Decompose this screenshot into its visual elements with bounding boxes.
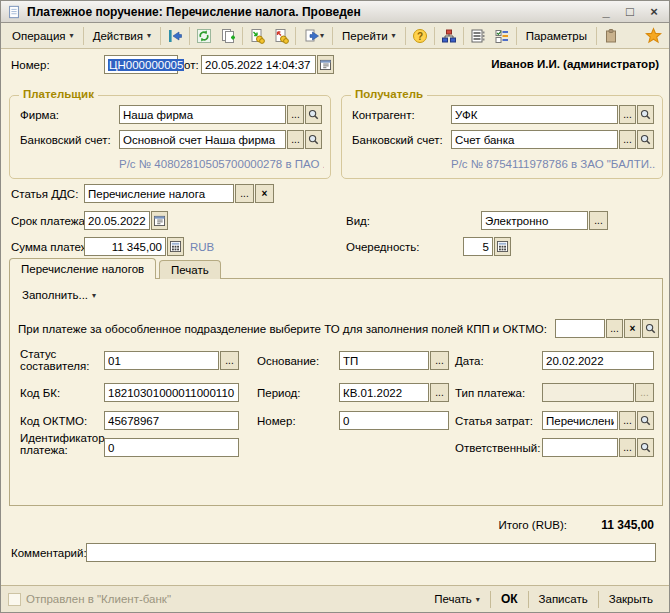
choose-button[interactable]: ... — [589, 211, 608, 230]
payer-bank-account-field: ... — [119, 130, 322, 149]
choose-button[interactable]: ... — [220, 351, 239, 370]
help-icon: ? — [412, 28, 428, 44]
kbk-input[interactable] — [104, 383, 239, 402]
tab-print[interactable]: Печать — [159, 260, 221, 279]
clear-button[interactable]: × — [624, 319, 641, 338]
open-button[interactable] — [637, 438, 654, 457]
comment-input[interactable] — [86, 543, 656, 562]
priority-input[interactable] — [463, 237, 493, 256]
magnifier-icon — [308, 134, 319, 145]
oktmo-input[interactable] — [104, 411, 239, 430]
payment-id-input[interactable] — [104, 438, 239, 457]
period-input[interactable] — [339, 383, 429, 402]
responsible-label: Ответственный: — [455, 442, 540, 454]
close-form-button[interactable]: Закрыть — [600, 590, 662, 608]
contractor-input[interactable] — [451, 105, 618, 124]
due-date-field — [84, 211, 168, 230]
fill-menu-button[interactable]: Заполнить... ▾ — [16, 287, 102, 303]
doc-number-input[interactable] — [339, 411, 449, 430]
oktmo-label: Код ОКТМО: — [20, 415, 87, 427]
territorial-office-input[interactable] — [555, 319, 605, 338]
clipboard-button[interactable] — [599, 25, 623, 47]
choose-button[interactable]: ... — [430, 351, 449, 370]
compiler-status-input[interactable] — [104, 351, 219, 370]
list-settings-button[interactable] — [466, 25, 490, 47]
choose-button[interactable]: ... — [619, 411, 636, 430]
choose-button[interactable]: ... — [287, 105, 304, 124]
actions-menu-button[interactable]: Действия ▾ — [86, 26, 158, 46]
clipboard-icon — [603, 28, 619, 44]
open-button[interactable] — [637, 411, 654, 430]
structure-button[interactable] — [437, 25, 461, 47]
close-button[interactable]: × — [645, 4, 663, 19]
firm-input[interactable] — [119, 105, 286, 124]
basis-input[interactable] — [339, 351, 429, 370]
kind-input[interactable] — [481, 211, 588, 230]
calculator-button[interactable] — [167, 237, 184, 256]
toolbar-separator — [295, 27, 296, 45]
choose-button[interactable]: ... — [619, 105, 636, 124]
save-and-close-button[interactable] — [163, 25, 187, 47]
cost-item-input[interactable] — [542, 411, 618, 430]
payment-type-input[interactable] — [542, 383, 634, 402]
responsible-field: ... — [542, 438, 654, 457]
amount-input[interactable] — [84, 237, 166, 256]
help-button[interactable]: ? — [408, 25, 432, 47]
favorites-button[interactable] — [641, 25, 665, 47]
due-date-input[interactable] — [84, 211, 150, 230]
magnifier-icon — [640, 134, 651, 145]
choose-button[interactable]: ... — [635, 383, 654, 402]
payment-id-field — [104, 438, 239, 457]
toolbar: Операция ▾ Действия ▾ ▾ — [1, 23, 669, 49]
open-button[interactable] — [305, 130, 322, 149]
doc-number-label: Номер: — [257, 415, 296, 427]
minimize-button[interactable]: _ — [597, 4, 615, 19]
operation-menu-button[interactable]: Операция ▾ — [5, 26, 81, 46]
number-input[interactable]: ЦН000000005 — [104, 55, 178, 74]
doc-date-input[interactable] — [542, 351, 654, 370]
payer-bank-account-input[interactable] — [119, 130, 286, 149]
post-document-button[interactable] — [245, 25, 269, 47]
clear-button[interactable]: × — [255, 184, 274, 203]
calendar-button[interactable] — [151, 211, 168, 230]
chevron-down-icon: ▾ — [92, 291, 96, 300]
responsible-input[interactable] — [542, 438, 618, 457]
choose-button[interactable]: ... — [619, 130, 636, 149]
enter-on-basis-button[interactable]: ▾ — [298, 25, 330, 47]
open-button[interactable] — [637, 105, 654, 124]
open-button[interactable] — [637, 130, 654, 149]
calendar-button[interactable] — [317, 55, 334, 74]
cost-item-field: ... — [542, 411, 654, 430]
calculator-button[interactable] — [494, 237, 511, 256]
priority-label: Очередность: — [346, 241, 420, 253]
print-menu-button[interactable]: Печать ▾ — [425, 590, 489, 608]
sent-to-client-bank-checkbox[interactable] — [8, 593, 21, 606]
payee-bank-account-input[interactable] — [451, 130, 618, 149]
payment-type-label: Тип платежа: — [455, 387, 525, 399]
choose-button[interactable]: ... — [430, 383, 449, 402]
magnifier-icon — [308, 109, 319, 120]
ok-button[interactable]: ОК — [492, 589, 527, 609]
doc-date-label: Дата: — [455, 355, 484, 367]
refresh-button[interactable] — [192, 25, 216, 47]
tab-tax-transfer[interactable]: Перечисление налогов — [9, 258, 156, 279]
choose-button[interactable]: ... — [606, 319, 623, 338]
copy-document-button[interactable] — [216, 25, 240, 47]
calendar-icon — [154, 215, 165, 226]
parameters-button[interactable]: Параметры — [519, 26, 594, 46]
details-list-button[interactable] — [490, 25, 514, 47]
chevron-down-icon: ▾ — [70, 31, 74, 40]
choose-button[interactable]: ... — [235, 184, 254, 203]
choose-button[interactable]: ... — [619, 438, 636, 457]
open-button[interactable] — [305, 105, 322, 124]
kbk-field — [104, 383, 239, 402]
goto-menu-button[interactable]: Перейти ▾ — [335, 26, 403, 46]
cashflow-item-input[interactable] — [84, 184, 234, 203]
maximize-button[interactable]: □ — [621, 4, 639, 19]
cost-item-label: Статья затрат: — [455, 415, 533, 427]
unpost-document-button[interactable] — [269, 25, 293, 47]
save-button[interactable]: Записать — [530, 590, 597, 608]
open-button[interactable] — [642, 319, 659, 338]
datetime-input[interactable] — [201, 55, 316, 74]
choose-button[interactable]: ... — [287, 130, 304, 149]
